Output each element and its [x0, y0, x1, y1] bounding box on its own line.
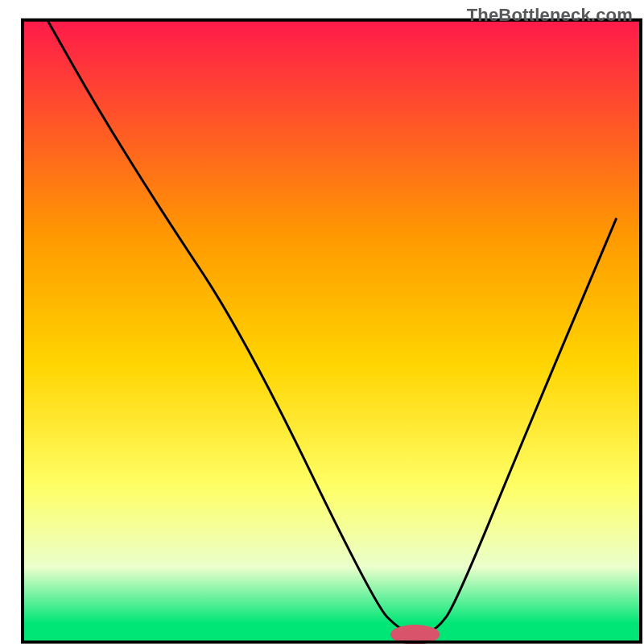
gradient-background [23, 20, 641, 642]
bottleneck-chart [0, 0, 644, 644]
watermark-text: TheBottleneck.com [467, 5, 633, 26]
chart-container: TheBottleneck.com [0, 0, 644, 644]
